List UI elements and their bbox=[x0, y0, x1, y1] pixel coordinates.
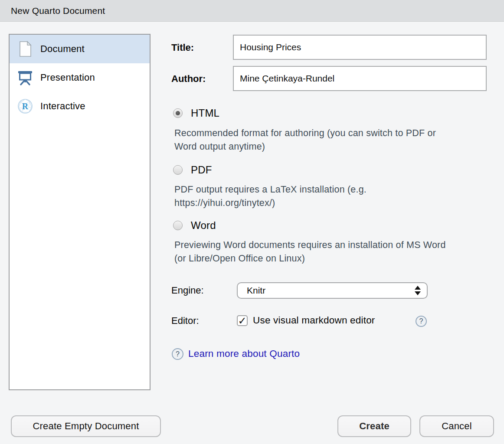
document-type-list: Document Presentation bbox=[9, 34, 151, 390]
presentation-icon bbox=[17, 69, 33, 86]
radio-html[interactable] bbox=[173, 108, 183, 118]
engine-label: Engine: bbox=[171, 285, 204, 296]
title-input[interactable] bbox=[233, 35, 487, 60]
learn-more-help-icon[interactable]: ? bbox=[172, 348, 183, 360]
radio-html-label: HTML bbox=[191, 107, 219, 119]
format-option-html[interactable]: HTML bbox=[173, 107, 219, 119]
format-option-word[interactable]: Word bbox=[173, 219, 216, 232]
engine-selected-value: Knitr bbox=[247, 285, 415, 296]
radio-word-label: Word bbox=[191, 219, 216, 232]
editor-label: Editor: bbox=[171, 315, 199, 326]
document-icon bbox=[17, 41, 33, 57]
select-arrows-icon bbox=[415, 286, 421, 295]
visual-editor-checkbox-label[interactable]: Use visual markdown editor bbox=[253, 315, 375, 326]
cancel-button[interactable]: Cancel bbox=[419, 415, 494, 437]
sidebar-item-document[interactable]: Document bbox=[10, 35, 150, 63]
radio-pdf[interactable] bbox=[173, 165, 183, 175]
visual-editor-checkbox[interactable]: ✓ bbox=[237, 315, 248, 326]
new-quarto-document-dialog: New Quarto Document Document bbox=[0, 0, 504, 444]
checkmark-icon: ✓ bbox=[238, 316, 246, 326]
visual-editor-help-icon[interactable]: ? bbox=[416, 316, 427, 327]
create-empty-document-button[interactable]: Create Empty Document bbox=[11, 415, 161, 437]
learn-more-link[interactable]: Learn more about Quarto bbox=[188, 348, 300, 359]
create-button[interactable]: Create bbox=[337, 415, 411, 437]
radio-word[interactable] bbox=[173, 221, 183, 230]
engine-select[interactable]: Knitr bbox=[237, 282, 428, 299]
pdf-description: PDF output requires a LaTeX installation… bbox=[174, 183, 452, 210]
svg-text:R: R bbox=[22, 101, 29, 111]
sidebar-item-label: Interactive bbox=[40, 101, 85, 112]
sidebar-item-label: Presentation bbox=[40, 72, 95, 83]
dialog-titlebar: New Quarto Document bbox=[0, 0, 504, 22]
word-description: Previewing Word documents requires an in… bbox=[174, 238, 452, 265]
html-description: Recommended format for authoring (you ca… bbox=[174, 127, 452, 153]
title-label: Title: bbox=[171, 42, 194, 53]
shiny-r-icon: R bbox=[17, 98, 33, 114]
sidebar-item-label: Document bbox=[40, 43, 85, 55]
sidebar-item-interactive[interactable]: R Interactive bbox=[10, 92, 150, 121]
format-option-pdf[interactable]: PDF bbox=[173, 164, 212, 176]
dialog-title: New Quarto Document bbox=[11, 6, 105, 16]
sidebar-item-presentation[interactable]: Presentation bbox=[10, 63, 150, 92]
author-input[interactable] bbox=[233, 66, 487, 91]
radio-pdf-label: PDF bbox=[191, 164, 212, 176]
author-label: Author: bbox=[171, 73, 206, 85]
